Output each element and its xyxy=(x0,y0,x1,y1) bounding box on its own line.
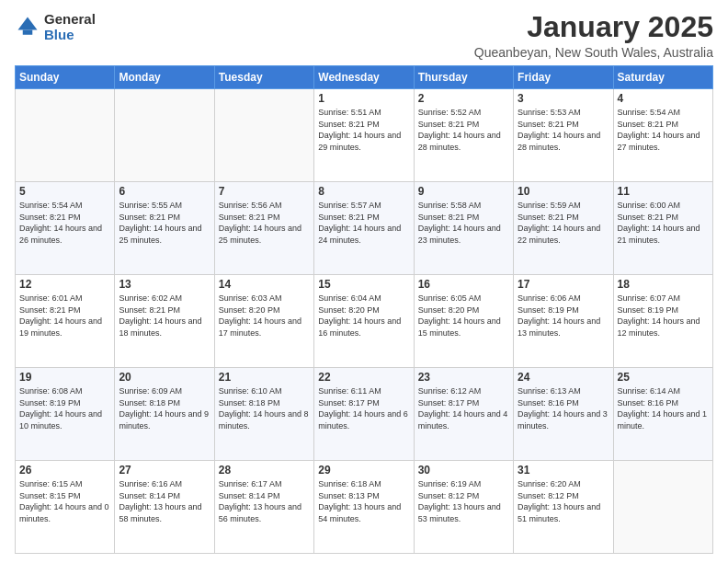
day-header-tuesday: Tuesday xyxy=(214,66,313,89)
day-header-thursday: Thursday xyxy=(414,66,513,89)
day-number: 21 xyxy=(219,371,310,384)
calendar-cell: 18Sunrise: 6:07 AMSunset: 8:19 PMDayligh… xyxy=(613,275,712,368)
day-number: 9 xyxy=(418,185,509,198)
day-number: 15 xyxy=(318,278,409,291)
calendar-week-row: 1Sunrise: 5:51 AMSunset: 8:21 PMDaylight… xyxy=(16,89,713,182)
calendar-header-row: SundayMondayTuesdayWednesdayThursdayFrid… xyxy=(16,66,713,89)
calendar-cell: 6Sunrise: 5:55 AMSunset: 8:21 PMDaylight… xyxy=(115,182,214,275)
calendar-cell: 4Sunrise: 5:54 AMSunset: 8:21 PMDaylight… xyxy=(613,89,712,182)
calendar-table: SundayMondayTuesdayWednesdayThursdayFrid… xyxy=(15,65,713,554)
header: General Blue January 2025 Queanbeyan, Ne… xyxy=(15,11,713,60)
day-info: Sunrise: 6:12 AMSunset: 8:17 PMDaylight:… xyxy=(418,385,509,431)
day-number: 10 xyxy=(518,185,609,198)
calendar-week-row: 19Sunrise: 6:08 AMSunset: 8:19 PMDayligh… xyxy=(16,368,713,461)
calendar-cell: 8Sunrise: 5:57 AMSunset: 8:21 PMDaylight… xyxy=(314,182,414,275)
calendar-cell: 12Sunrise: 6:01 AMSunset: 8:21 PMDayligh… xyxy=(16,275,115,368)
day-info: Sunrise: 6:01 AMSunset: 8:21 PMDaylight:… xyxy=(19,293,110,339)
calendar-cell xyxy=(613,461,712,554)
day-number: 12 xyxy=(19,278,110,291)
location-subtitle: Queanbeyan, New South Wales, Australia xyxy=(474,45,713,60)
day-info: Sunrise: 6:11 AMSunset: 8:17 PMDaylight:… xyxy=(318,385,409,431)
day-info: Sunrise: 6:20 AMSunset: 8:12 PMDaylight:… xyxy=(518,478,609,524)
calendar-cell: 23Sunrise: 6:12 AMSunset: 8:17 PMDayligh… xyxy=(414,368,513,461)
day-info: Sunrise: 6:00 AMSunset: 8:21 PMDaylight:… xyxy=(618,200,709,246)
day-number: 24 xyxy=(518,371,609,384)
day-header-friday: Friday xyxy=(514,66,613,89)
day-number: 28 xyxy=(219,464,310,477)
calendar-cell xyxy=(115,89,214,182)
day-number: 7 xyxy=(219,185,310,198)
logo: General Blue xyxy=(15,11,96,42)
calendar-cell: 22Sunrise: 6:11 AMSunset: 8:17 PMDayligh… xyxy=(314,368,414,461)
day-number: 3 xyxy=(518,92,609,105)
day-number: 20 xyxy=(119,371,210,384)
calendar-cell: 19Sunrise: 6:08 AMSunset: 8:19 PMDayligh… xyxy=(16,368,115,461)
day-info: Sunrise: 6:15 AMSunset: 8:15 PMDaylight:… xyxy=(19,478,110,524)
calendar-cell: 5Sunrise: 5:54 AMSunset: 8:21 PMDaylight… xyxy=(16,182,115,275)
logo-general: General xyxy=(44,11,96,27)
day-number: 14 xyxy=(219,278,310,291)
day-info: Sunrise: 5:54 AMSunset: 8:21 PMDaylight:… xyxy=(19,200,110,246)
day-info: Sunrise: 5:57 AMSunset: 8:21 PMDaylight:… xyxy=(318,200,409,246)
calendar-cell: 20Sunrise: 6:09 AMSunset: 8:18 PMDayligh… xyxy=(115,368,214,461)
day-number: 29 xyxy=(318,464,409,477)
calendar-cell: 17Sunrise: 6:06 AMSunset: 8:19 PMDayligh… xyxy=(514,275,613,368)
day-number: 2 xyxy=(418,92,509,105)
day-number: 13 xyxy=(119,278,210,291)
day-info: Sunrise: 5:52 AMSunset: 8:21 PMDaylight:… xyxy=(418,107,509,153)
day-info: Sunrise: 5:56 AMSunset: 8:21 PMDaylight:… xyxy=(219,200,310,246)
day-info: Sunrise: 6:17 AMSunset: 8:14 PMDaylight:… xyxy=(219,478,310,524)
day-number: 4 xyxy=(618,92,709,105)
day-info: Sunrise: 6:10 AMSunset: 8:18 PMDaylight:… xyxy=(219,385,310,431)
calendar-cell: 13Sunrise: 6:02 AMSunset: 8:21 PMDayligh… xyxy=(115,275,214,368)
day-info: Sunrise: 6:18 AMSunset: 8:13 PMDaylight:… xyxy=(318,478,409,524)
day-info: Sunrise: 6:03 AMSunset: 8:20 PMDaylight:… xyxy=(219,293,310,339)
calendar-week-row: 12Sunrise: 6:01 AMSunset: 8:21 PMDayligh… xyxy=(16,275,713,368)
calendar-cell xyxy=(214,89,313,182)
calendar-cell: 30Sunrise: 6:19 AMSunset: 8:12 PMDayligh… xyxy=(414,461,513,554)
day-number: 30 xyxy=(418,464,509,477)
logo-text: General Blue xyxy=(44,11,96,42)
day-info: Sunrise: 6:07 AMSunset: 8:19 PMDaylight:… xyxy=(618,293,709,339)
day-info: Sunrise: 5:54 AMSunset: 8:21 PMDaylight:… xyxy=(618,107,709,153)
day-number: 5 xyxy=(19,185,110,198)
day-info: Sunrise: 5:59 AMSunset: 8:21 PMDaylight:… xyxy=(518,200,609,246)
day-number: 26 xyxy=(19,464,110,477)
day-number: 18 xyxy=(618,278,709,291)
calendar-cell: 1Sunrise: 5:51 AMSunset: 8:21 PMDaylight… xyxy=(314,89,414,182)
calendar-cell: 9Sunrise: 5:58 AMSunset: 8:21 PMDaylight… xyxy=(414,182,513,275)
calendar-cell: 11Sunrise: 6:00 AMSunset: 8:21 PMDayligh… xyxy=(613,182,712,275)
calendar-cell: 25Sunrise: 6:14 AMSunset: 8:16 PMDayligh… xyxy=(613,368,712,461)
day-info: Sunrise: 6:02 AMSunset: 8:21 PMDaylight:… xyxy=(119,293,210,339)
day-info: Sunrise: 6:04 AMSunset: 8:20 PMDaylight:… xyxy=(318,293,409,339)
page: General Blue January 2025 Queanbeyan, Ne… xyxy=(0,0,728,563)
calendar-cell: 7Sunrise: 5:56 AMSunset: 8:21 PMDaylight… xyxy=(214,182,313,275)
calendar-cell: 29Sunrise: 6:18 AMSunset: 8:13 PMDayligh… xyxy=(314,461,414,554)
day-info: Sunrise: 5:55 AMSunset: 8:21 PMDaylight:… xyxy=(119,200,210,246)
calendar-cell: 27Sunrise: 6:16 AMSunset: 8:14 PMDayligh… xyxy=(115,461,214,554)
calendar-cell xyxy=(16,89,115,182)
calendar-week-row: 26Sunrise: 6:15 AMSunset: 8:15 PMDayligh… xyxy=(16,461,713,554)
calendar-cell: 16Sunrise: 6:05 AMSunset: 8:20 PMDayligh… xyxy=(414,275,513,368)
day-header-monday: Monday xyxy=(115,66,214,89)
calendar-cell: 15Sunrise: 6:04 AMSunset: 8:20 PMDayligh… xyxy=(314,275,414,368)
day-info: Sunrise: 6:16 AMSunset: 8:14 PMDaylight:… xyxy=(119,478,210,524)
day-info: Sunrise: 6:13 AMSunset: 8:16 PMDaylight:… xyxy=(518,385,609,431)
day-info: Sunrise: 6:08 AMSunset: 8:19 PMDaylight:… xyxy=(19,385,110,431)
svg-marker-0 xyxy=(18,17,38,30)
svg-rect-1 xyxy=(23,30,33,35)
logo-blue: Blue xyxy=(44,27,96,42)
day-number: 19 xyxy=(19,371,110,384)
calendar-cell: 31Sunrise: 6:20 AMSunset: 8:12 PMDayligh… xyxy=(514,461,613,554)
day-number: 27 xyxy=(119,464,210,477)
day-header-wednesday: Wednesday xyxy=(314,66,414,89)
logo-icon xyxy=(15,14,40,40)
day-number: 11 xyxy=(618,185,709,198)
day-header-sunday: Sunday xyxy=(16,66,115,89)
day-number: 8 xyxy=(318,185,409,198)
day-info: Sunrise: 5:51 AMSunset: 8:21 PMDaylight:… xyxy=(318,107,409,153)
month-title: January 2025 xyxy=(474,11,713,43)
calendar-cell: 3Sunrise: 5:53 AMSunset: 8:21 PMDaylight… xyxy=(514,89,613,182)
day-number: 1 xyxy=(318,92,409,105)
calendar-cell: 14Sunrise: 6:03 AMSunset: 8:20 PMDayligh… xyxy=(214,275,313,368)
